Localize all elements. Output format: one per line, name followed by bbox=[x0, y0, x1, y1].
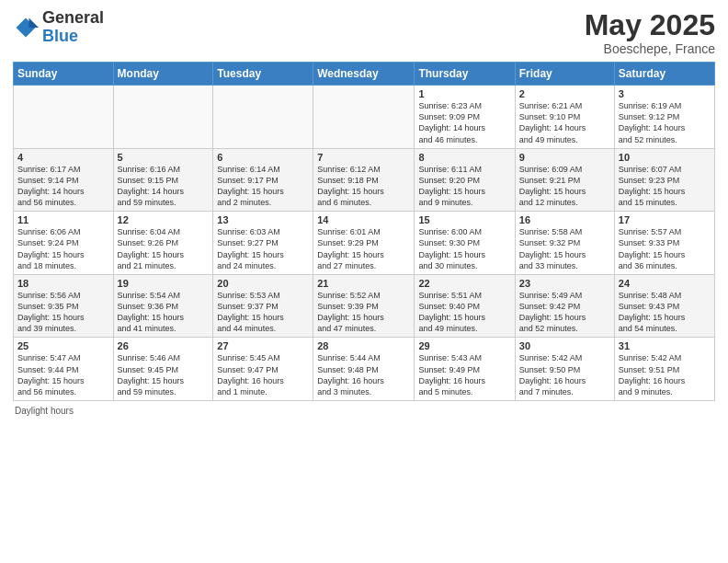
day-info: Sunrise: 5:46 AM Sunset: 9:45 PM Dayligh… bbox=[118, 352, 210, 397]
day-info: Sunrise: 5:42 AM Sunset: 9:50 PM Dayligh… bbox=[519, 352, 610, 397]
day-info: Sunrise: 6:17 AM Sunset: 9:14 PM Dayligh… bbox=[17, 164, 109, 209]
day-info: Sunrise: 5:54 AM Sunset: 9:36 PM Dayligh… bbox=[118, 290, 210, 335]
day-info: Sunrise: 6:04 AM Sunset: 9:26 PM Dayligh… bbox=[118, 226, 210, 271]
day-info: Sunrise: 5:51 AM Sunset: 9:40 PM Dayligh… bbox=[418, 290, 510, 335]
calendar-week-row: 11Sunrise: 6:06 AM Sunset: 9:24 PM Dayli… bbox=[14, 212, 715, 275]
day-number: 3 bbox=[619, 88, 711, 99]
header: General Blue May 2025 Boeschepe, France bbox=[13, 9, 715, 56]
calendar-cell: 25Sunrise: 5:47 AM Sunset: 9:44 PM Dayli… bbox=[14, 338, 114, 401]
day-info: Sunrise: 5:45 AM Sunset: 9:47 PM Dayligh… bbox=[217, 352, 309, 397]
day-number: 7 bbox=[317, 152, 410, 163]
day-info: Sunrise: 5:47 AM Sunset: 9:44 PM Dayligh… bbox=[17, 352, 109, 397]
day-info: Sunrise: 6:00 AM Sunset: 9:30 PM Dayligh… bbox=[418, 226, 510, 271]
day-number: 18 bbox=[17, 278, 109, 289]
calendar-cell: 30Sunrise: 5:42 AM Sunset: 9:50 PM Dayli… bbox=[515, 338, 614, 401]
calendar-cell: 16Sunrise: 5:58 AM Sunset: 9:32 PM Dayli… bbox=[515, 212, 614, 275]
day-info: Sunrise: 6:11 AM Sunset: 9:20 PM Dayligh… bbox=[418, 164, 510, 209]
day-number: 4 bbox=[17, 152, 109, 163]
calendar-cell bbox=[113, 86, 213, 149]
day-number: 16 bbox=[519, 214, 610, 225]
day-number: 9 bbox=[519, 152, 610, 163]
calendar-cell: 22Sunrise: 5:51 AM Sunset: 9:40 PM Dayli… bbox=[415, 274, 515, 338]
day-info: Sunrise: 5:57 AM Sunset: 9:33 PM Dayligh… bbox=[619, 226, 711, 271]
calendar-day-header: Wednesday bbox=[313, 63, 415, 86]
day-number: 15 bbox=[418, 214, 510, 225]
day-number: 26 bbox=[118, 340, 210, 351]
calendar-week-row: 25Sunrise: 5:47 AM Sunset: 9:44 PM Dayli… bbox=[14, 338, 715, 401]
calendar-cell: 27Sunrise: 5:45 AM Sunset: 9:47 PM Dayli… bbox=[213, 338, 313, 401]
calendar-cell bbox=[14, 86, 114, 149]
day-number: 28 bbox=[317, 340, 410, 351]
calendar-cell: 21Sunrise: 5:52 AM Sunset: 9:39 PM Dayli… bbox=[313, 274, 415, 338]
calendar-cell: 13Sunrise: 6:03 AM Sunset: 9:27 PM Dayli… bbox=[213, 212, 313, 275]
day-info: Sunrise: 5:58 AM Sunset: 9:32 PM Dayligh… bbox=[519, 226, 610, 271]
day-info: Sunrise: 6:21 AM Sunset: 9:10 PM Dayligh… bbox=[519, 100, 610, 145]
calendar-cell: 31Sunrise: 5:42 AM Sunset: 9:51 PM Dayli… bbox=[614, 338, 714, 401]
day-number: 19 bbox=[118, 278, 210, 289]
day-number: 10 bbox=[619, 152, 711, 163]
calendar-cell: 7Sunrise: 6:12 AM Sunset: 9:18 PM Daylig… bbox=[313, 148, 415, 212]
day-info: Sunrise: 6:01 AM Sunset: 9:29 PM Dayligh… bbox=[317, 226, 410, 271]
day-number: 20 bbox=[217, 278, 309, 289]
calendar-cell: 12Sunrise: 6:04 AM Sunset: 9:26 PM Dayli… bbox=[113, 212, 213, 275]
calendar-cell: 28Sunrise: 5:44 AM Sunset: 9:48 PM Dayli… bbox=[313, 338, 415, 401]
day-info: Sunrise: 5:56 AM Sunset: 9:35 PM Dayligh… bbox=[17, 290, 109, 335]
logo-text: General Blue bbox=[42, 9, 104, 46]
logo: General Blue bbox=[13, 9, 104, 46]
logo-icon bbox=[13, 15, 39, 40]
daylight-hours-label: Daylight hours bbox=[15, 406, 74, 416]
footer: Daylight hours bbox=[13, 406, 715, 416]
main-title: May 2025 bbox=[585, 9, 715, 41]
day-number: 29 bbox=[418, 340, 510, 351]
day-info: Sunrise: 5:42 AM Sunset: 9:51 PM Dayligh… bbox=[619, 352, 711, 397]
day-number: 12 bbox=[118, 214, 210, 225]
calendar-cell: 23Sunrise: 5:49 AM Sunset: 9:42 PM Dayli… bbox=[515, 274, 614, 338]
day-number: 27 bbox=[217, 340, 309, 351]
day-info: Sunrise: 6:14 AM Sunset: 9:17 PM Dayligh… bbox=[217, 164, 309, 209]
calendar-cell bbox=[313, 86, 415, 149]
calendar-header-row: SundayMondayTuesdayWednesdayThursdayFrid… bbox=[14, 63, 715, 86]
calendar-week-row: 18Sunrise: 5:56 AM Sunset: 9:35 PM Dayli… bbox=[14, 274, 715, 338]
calendar-cell: 10Sunrise: 6:07 AM Sunset: 9:23 PM Dayli… bbox=[614, 148, 714, 212]
day-number: 31 bbox=[619, 340, 711, 351]
day-info: Sunrise: 6:16 AM Sunset: 9:15 PM Dayligh… bbox=[118, 164, 210, 209]
day-number: 17 bbox=[619, 214, 711, 225]
day-number: 8 bbox=[418, 152, 510, 163]
calendar-cell: 5Sunrise: 6:16 AM Sunset: 9:15 PM Daylig… bbox=[113, 148, 213, 212]
day-info: Sunrise: 6:07 AM Sunset: 9:23 PM Dayligh… bbox=[619, 164, 711, 209]
day-info: Sunrise: 5:44 AM Sunset: 9:48 PM Dayligh… bbox=[317, 352, 410, 397]
day-info: Sunrise: 5:48 AM Sunset: 9:43 PM Dayligh… bbox=[619, 290, 711, 335]
day-number: 1 bbox=[418, 88, 510, 99]
day-number: 11 bbox=[17, 214, 109, 225]
calendar-cell: 29Sunrise: 5:43 AM Sunset: 9:49 PM Dayli… bbox=[415, 338, 515, 401]
day-info: Sunrise: 6:03 AM Sunset: 9:27 PM Dayligh… bbox=[217, 226, 309, 271]
calendar-cell: 8Sunrise: 6:11 AM Sunset: 9:20 PM Daylig… bbox=[415, 148, 515, 212]
calendar-cell: 6Sunrise: 6:14 AM Sunset: 9:17 PM Daylig… bbox=[213, 148, 313, 212]
day-info: Sunrise: 5:52 AM Sunset: 9:39 PM Dayligh… bbox=[317, 290, 410, 335]
day-info: Sunrise: 6:23 AM Sunset: 9:09 PM Dayligh… bbox=[418, 100, 510, 145]
day-info: Sunrise: 6:19 AM Sunset: 9:12 PM Dayligh… bbox=[619, 100, 711, 145]
day-number: 6 bbox=[217, 152, 309, 163]
calendar-cell: 17Sunrise: 5:57 AM Sunset: 9:33 PM Dayli… bbox=[614, 212, 714, 275]
calendar-cell: 2Sunrise: 6:21 AM Sunset: 9:10 PM Daylig… bbox=[515, 86, 614, 149]
calendar-day-header: Sunday bbox=[14, 63, 114, 86]
day-info: Sunrise: 6:09 AM Sunset: 9:21 PM Dayligh… bbox=[519, 164, 610, 209]
page: General Blue May 2025 Boeschepe, France … bbox=[0, 0, 728, 563]
calendar-cell: 15Sunrise: 6:00 AM Sunset: 9:30 PM Dayli… bbox=[415, 212, 515, 275]
title-block: May 2025 Boeschepe, France bbox=[585, 9, 715, 56]
calendar-cell: 18Sunrise: 5:56 AM Sunset: 9:35 PM Dayli… bbox=[14, 274, 114, 338]
calendar-day-header: Friday bbox=[515, 63, 614, 86]
calendar-day-header: Tuesday bbox=[213, 63, 313, 86]
calendar-cell: 1Sunrise: 6:23 AM Sunset: 9:09 PM Daylig… bbox=[415, 86, 515, 149]
calendar-day-header: Thursday bbox=[415, 63, 515, 86]
day-number: 21 bbox=[317, 278, 410, 289]
day-number: 14 bbox=[317, 214, 410, 225]
logo-blue: Blue bbox=[42, 27, 78, 45]
calendar-day-header: Saturday bbox=[614, 63, 714, 86]
day-number: 25 bbox=[17, 340, 109, 351]
day-number: 13 bbox=[217, 214, 309, 225]
calendar-day-header: Monday bbox=[113, 63, 213, 86]
calendar-week-row: 1Sunrise: 6:23 AM Sunset: 9:09 PM Daylig… bbox=[14, 86, 715, 149]
day-info: Sunrise: 5:53 AM Sunset: 9:37 PM Dayligh… bbox=[217, 290, 309, 335]
day-info: Sunrise: 5:49 AM Sunset: 9:42 PM Dayligh… bbox=[519, 290, 610, 335]
